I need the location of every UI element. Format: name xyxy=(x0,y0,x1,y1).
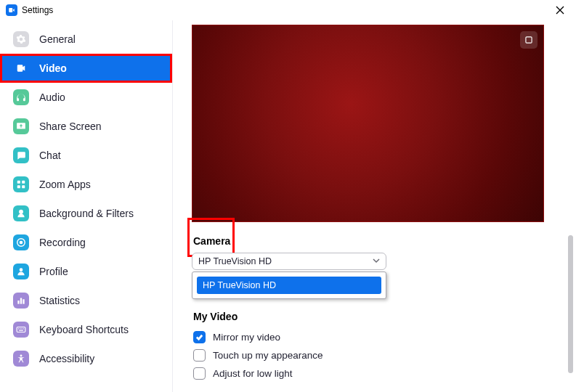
sidebar-item-label: Statistics xyxy=(39,295,80,306)
sidebar-item-label: Keyboard Shortcuts xyxy=(39,324,129,335)
sidebar-item-chat[interactable]: Chat xyxy=(0,141,172,170)
mirror-my-video-checkbox[interactable] xyxy=(193,331,206,343)
touch-up-appearance-row: Touch up my appearance xyxy=(192,346,557,364)
keyboard-icon xyxy=(13,322,29,338)
sidebar-item-general[interactable]: General xyxy=(0,25,172,54)
chat-icon xyxy=(13,147,29,163)
recording-icon xyxy=(13,234,29,250)
svg-rect-7 xyxy=(17,301,19,304)
svg-rect-9 xyxy=(23,299,24,303)
camera-dropdown-panel: HP TrueVision HD xyxy=(192,271,386,299)
zoom-logo-icon xyxy=(8,7,15,14)
sidebar-item-recording[interactable]: Recording xyxy=(0,228,172,257)
svg-rect-1 xyxy=(22,181,25,184)
camera-option-label: HP TrueVision HD xyxy=(203,280,276,290)
touch-up-appearance-label: Touch up my appearance xyxy=(213,350,323,361)
mirror-my-video-row: Mirror my video xyxy=(192,328,557,346)
sidebar-item-audio[interactable]: Audio xyxy=(0,83,172,112)
adjust-low-light-checkbox[interactable] xyxy=(193,367,206,380)
sidebar-item-label: Profile xyxy=(39,266,68,277)
svg-rect-13 xyxy=(22,328,23,329)
svg-rect-12 xyxy=(20,328,20,329)
camera-selected-value: HP TrueVision HD xyxy=(198,256,272,266)
adjust-low-light-row: Adjust for low light xyxy=(192,364,557,383)
sidebar-item-label: Zoom Apps xyxy=(39,179,91,190)
svg-rect-11 xyxy=(18,328,19,329)
accessibility-icon xyxy=(13,351,29,367)
background-filters-icon xyxy=(13,205,29,221)
expand-preview-button[interactable] xyxy=(520,31,538,49)
window-title: Settings xyxy=(22,5,53,15)
sidebar-item-statistics[interactable]: Statistics xyxy=(0,286,172,315)
sidebar-item-label: Chat xyxy=(39,150,61,161)
sidebar-item-label: Video xyxy=(39,62,67,74)
sidebar-item-share-screen[interactable]: Share Screen xyxy=(0,112,172,141)
sidebar-item-label: Recording xyxy=(39,237,86,248)
sidebar-item-background-filters[interactable]: Background & Filters xyxy=(0,199,172,228)
svg-rect-0 xyxy=(17,181,20,184)
video-preview xyxy=(192,25,544,222)
headphones-icon xyxy=(13,89,29,105)
sidebar-item-label: General xyxy=(39,33,76,45)
svg-point-5 xyxy=(20,241,23,245)
sidebar-item-label: Share Screen xyxy=(39,121,102,132)
my-video-section-title: My Video xyxy=(193,311,557,322)
svg-rect-14 xyxy=(23,328,24,329)
svg-rect-3 xyxy=(22,185,25,188)
camera-section-title-wrap: Camera xyxy=(192,222,230,253)
profile-icon xyxy=(13,264,29,279)
titlebar: Settings xyxy=(0,0,576,20)
sidebar-item-label: Audio xyxy=(39,91,65,103)
camera-select[interactable]: HP TrueVision HD xyxy=(192,253,386,270)
video-icon xyxy=(13,60,29,76)
statistics-icon xyxy=(13,293,29,309)
share-screen-icon xyxy=(13,118,29,134)
svg-rect-10 xyxy=(17,327,25,332)
svg-point-6 xyxy=(20,268,23,271)
sidebar-item-profile[interactable]: Profile xyxy=(0,257,172,286)
chevron-down-icon xyxy=(373,256,380,266)
adjust-low-light-label: Adjust for low light xyxy=(213,368,293,379)
highlight-box xyxy=(187,218,235,257)
expand-icon xyxy=(524,35,534,45)
svg-point-16 xyxy=(20,354,23,356)
gear-icon xyxy=(13,31,29,47)
apps-icon xyxy=(13,176,29,192)
sidebar-item-keyboard-shortcuts[interactable]: Keyboard Shortcuts xyxy=(0,315,172,344)
sidebar-item-accessibility[interactable]: Accessibility xyxy=(0,344,172,373)
svg-rect-2 xyxy=(17,185,20,188)
main-panel: Camera HP TrueVision HD HP TrueVision HD… xyxy=(173,20,576,392)
sidebar-item-zoom-apps[interactable]: Zoom Apps xyxy=(0,170,172,199)
app-icon xyxy=(6,4,17,16)
content-area: General Video Audio Share Screen xyxy=(0,20,576,392)
sidebar-item-video[interactable]: Video xyxy=(0,54,172,83)
scrollbar-thumb[interactable] xyxy=(568,235,573,373)
svg-rect-17 xyxy=(526,37,532,43)
camera-dropdown-option[interactable]: HP TrueVision HD xyxy=(197,277,381,294)
mirror-my-video-label: Mirror my video xyxy=(213,332,280,343)
check-icon xyxy=(195,333,203,341)
svg-rect-15 xyxy=(19,330,23,331)
close-button[interactable] xyxy=(550,0,570,20)
svg-rect-8 xyxy=(20,298,22,304)
sidebar-item-label: Background & Filters xyxy=(39,208,134,219)
sidebar-item-label: Accessibility xyxy=(39,353,94,364)
touch-up-appearance-checkbox[interactable] xyxy=(193,349,206,362)
close-icon xyxy=(556,6,564,15)
sidebar: General Video Audio Share Screen xyxy=(0,20,173,392)
